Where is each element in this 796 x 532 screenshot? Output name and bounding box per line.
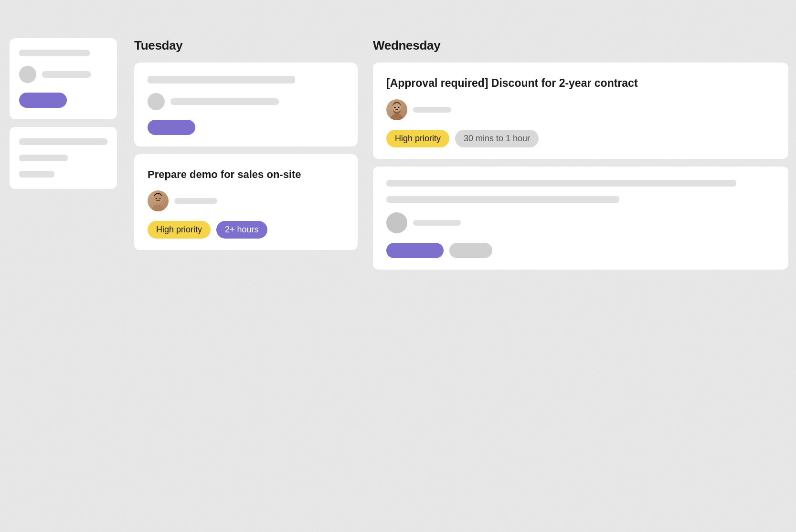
avatar-svg (148, 190, 169, 211)
skeleton-row (386, 212, 775, 233)
task-title: [Approval required] Discount for 2-year … (386, 76, 775, 91)
tuesday-demo-card[interactable]: Prepare demo for sales on-site (134, 154, 358, 250)
left-card-2 (10, 127, 117, 189)
wednesday-column: Wednesday [Approval required] Discount f… (365, 38, 796, 532)
task-title: Prepare demo for sales on-site (148, 167, 344, 182)
tuesday-skeleton-card (134, 63, 358, 146)
svg-point-0 (151, 205, 165, 211)
skeleton-bar (19, 171, 54, 177)
tuesday-header: Tuesday (134, 38, 358, 63)
svg-point-5 (390, 114, 403, 120)
skeleton-bar (148, 76, 295, 83)
main-layout: Tuesday Prepare demo for sales on-site (0, 0, 796, 532)
task-meta (148, 190, 344, 211)
task-badges: High priority 2+ hours (148, 221, 344, 239)
skeleton-row (148, 93, 344, 110)
time-badge: 30 mins to 1 hour (455, 130, 539, 147)
skeleton-bar (386, 196, 619, 203)
skeleton-avatar (19, 66, 36, 83)
svg-point-4 (159, 198, 161, 199)
skeleton-content (148, 76, 344, 135)
skeleton-pill (148, 120, 195, 135)
left-card-1 (10, 38, 117, 119)
high-priority-badge: High priority (148, 221, 211, 239)
tuesday-column: Tuesday Prepare demo for sales on-site (127, 38, 365, 532)
skeleton-pill-gray (449, 243, 492, 258)
skeleton-bar (42, 71, 91, 78)
wednesday-header: Wednesday (373, 38, 788, 63)
svg-point-8 (398, 107, 400, 108)
avatar-asian-man (148, 190, 169, 211)
skeleton-row (19, 66, 107, 83)
svg-point-3 (156, 198, 157, 199)
task-badges: High priority 30 mins to 1 hour (386, 130, 775, 147)
skeleton-bar (170, 98, 279, 105)
wednesday-discount-card[interactable]: [Approval required] Discount for 2-year … (373, 63, 788, 159)
skeleton-bar (386, 180, 736, 187)
skeleton-bar (19, 138, 107, 145)
task-meta (386, 99, 775, 120)
skeleton-pill-purple (386, 243, 444, 258)
avatar-bearded-man (386, 99, 407, 120)
high-priority-badge: High priority (386, 130, 449, 147)
skeleton-pill (19, 93, 67, 108)
skeleton-content (386, 180, 775, 258)
skeleton-bar (19, 50, 90, 56)
username-skeleton (174, 198, 217, 204)
username-skeleton (413, 107, 451, 113)
skeleton-avatar (148, 93, 165, 110)
two-hours-badge: 2+ hours (216, 221, 267, 239)
skeleton-avatar (386, 212, 407, 233)
skeleton-bar (413, 220, 461, 226)
left-partial-column (0, 38, 127, 532)
skeleton-badges (386, 243, 775, 258)
skeleton-bar (19, 155, 68, 161)
avatar-svg (386, 99, 407, 120)
svg-point-7 (394, 107, 396, 108)
wednesday-skeleton-card (373, 167, 788, 270)
